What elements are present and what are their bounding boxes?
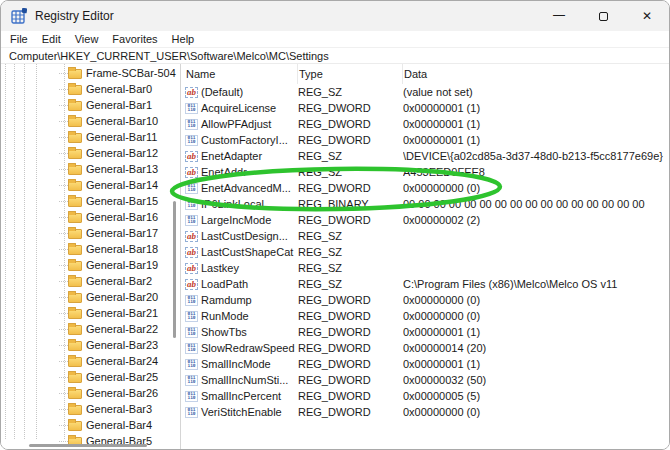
registry-value-row[interactable]: 011110 VeriStitchEnable REG_DWORD 0x0000… xyxy=(181,404,669,420)
tree-item[interactable]: General-Bar25 xyxy=(1,369,180,385)
value-data: A453EED0FEE8 xyxy=(403,166,669,178)
registry-value-row[interactable]: ab LastCustShapeCat REG_SZ xyxy=(181,244,669,260)
value-type: REG_SZ xyxy=(298,86,403,98)
close-button[interactable]: ✕ xyxy=(625,1,669,31)
tree-item[interactable]: General-Bar0 xyxy=(1,81,180,97)
registry-value-row[interactable]: 011110 SmallIncMode REG_DWORD 0x00000001… xyxy=(181,356,669,372)
titlebar: Registry Editor — ✕ xyxy=(1,1,669,31)
value-type-icon: 011110 xyxy=(185,103,198,114)
tree-connector xyxy=(59,169,68,170)
value-data: 0x00000005 (5) xyxy=(403,390,669,402)
registry-value-row[interactable]: ab EnetAdapter REG_SZ \DEVICE\{a02cd85a-… xyxy=(181,148,669,164)
menu-bar: File Edit View Favorites Help xyxy=(1,31,669,48)
tree-item[interactable]: General-Bar23 xyxy=(1,337,180,353)
registry-value-row[interactable]: ab LastCustDesign... REG_SZ xyxy=(181,228,669,244)
tree-item[interactable]: General-Bar3 xyxy=(1,401,180,417)
registry-value-row[interactable]: ab Lastkey REG_SZ xyxy=(181,260,669,276)
value-name: CustomFactoryI... xyxy=(201,134,288,146)
tree-connector xyxy=(59,409,68,410)
tree-item[interactable]: General-Bar13 xyxy=(1,161,180,177)
tree-item[interactable]: General-Bar20 xyxy=(1,289,180,305)
menu-help[interactable]: Help xyxy=(165,33,202,45)
registry-value-row[interactable]: 011110 CustomFactoryI... REG_DWORD 0x000… xyxy=(181,132,669,148)
registry-value-row[interactable]: ab LoadPath REG_SZ C:\Program Files (x86… xyxy=(181,276,669,292)
tree-connector xyxy=(59,297,68,298)
tree-item[interactable]: General-Bar22 xyxy=(1,321,180,337)
registry-value-row[interactable]: 011110 EnetAdvancedM... REG_DWORD 0x0000… xyxy=(181,180,669,196)
value-type-icon: 011110 xyxy=(185,327,198,338)
registry-value-row[interactable]: 011110 AllowPFAdjust REG_DWORD 0x0000000… xyxy=(181,116,669,132)
tree-connector xyxy=(59,249,68,250)
tree-item[interactable]: General-Bar16 xyxy=(1,209,180,225)
value-type-icon: ab xyxy=(185,279,198,290)
tree-vertical-scrollbar[interactable] xyxy=(173,201,176,338)
tree-item[interactable]: Frame-SCBar-504 xyxy=(1,65,180,81)
value-name: (Default) xyxy=(201,86,243,98)
tree-item[interactable]: General-Bar2 xyxy=(1,273,180,289)
value-data: 0x00000001 (1) xyxy=(403,358,669,370)
tree-connector xyxy=(59,313,68,314)
menu-view[interactable]: View xyxy=(68,33,106,45)
value-name: LoadPath xyxy=(201,278,248,290)
value-name: EnetAdapter xyxy=(201,150,262,162)
column-header-name[interactable]: Name xyxy=(185,64,298,84)
registry-value-row[interactable]: ab EnetAddr REG_SZ A453EED0FEE8 xyxy=(181,164,669,180)
value-name: LargeIncMode xyxy=(201,214,271,226)
menu-favorites[interactable]: Favorites xyxy=(105,33,164,45)
tree-item[interactable]: General-Bar18 xyxy=(1,241,180,257)
registry-value-row[interactable]: 011110 ShowTbs REG_DWORD 0x00000001 (1) xyxy=(181,324,669,340)
registry-value-row[interactable]: 011110 LargeIncMode REG_DWORD 0x00000002… xyxy=(181,212,669,228)
tree-connector xyxy=(59,105,68,106)
tree-item[interactable]: General-Bar15 xyxy=(1,193,180,209)
tree-connector xyxy=(59,441,68,442)
tree-items-container: Frame-SCBar-504 General-Bar0 General-Bar… xyxy=(1,65,180,449)
tree-item[interactable]: General-Bar17 xyxy=(1,225,180,241)
tree-item[interactable]: General-Bar11 xyxy=(1,129,180,145)
folder-icon xyxy=(68,277,82,287)
column-header-data[interactable]: Data xyxy=(403,64,669,84)
value-name: RunMode xyxy=(201,310,249,322)
tree-item-label: General-Bar25 xyxy=(86,371,158,383)
value-type: REG_DWORD xyxy=(298,182,403,194)
tree-horizontal-scrollbar[interactable] xyxy=(29,444,147,447)
column-header-type[interactable]: Type xyxy=(298,64,403,84)
address-bar[interactable]: Computer\HKEY_CURRENT_USER\Software\Melc… xyxy=(1,48,669,64)
registry-value-row[interactable]: 011110 SlowRedrawSpeed REG_DWORD 0x00000… xyxy=(181,340,669,356)
tree-item[interactable]: General-Bar26 xyxy=(1,385,180,401)
tree-item[interactable]: General-Bar1 xyxy=(1,97,180,113)
menu-file[interactable]: File xyxy=(3,33,35,45)
maximize-icon xyxy=(599,12,608,21)
tree-item[interactable]: General-Bar14 xyxy=(1,177,180,193)
value-name: SmallIncNumSti... xyxy=(201,374,288,386)
tree-item[interactable]: General-Bar12 xyxy=(1,145,180,161)
tree-item[interactable]: General-Bar21 xyxy=(1,305,180,321)
registry-value-row[interactable]: 011110 RunMode REG_DWORD 0x00000000 (0) xyxy=(181,308,669,324)
tree-item-label: General-Bar17 xyxy=(86,227,158,239)
value-data: 0x00000001 (1) xyxy=(403,118,669,130)
tree-connector xyxy=(59,121,68,122)
folder-icon xyxy=(68,85,82,95)
value-type: REG_DWORD xyxy=(298,406,403,418)
folder-icon xyxy=(68,245,82,255)
value-type: REG_SZ xyxy=(298,278,403,290)
registry-value-row[interactable]: 011110 AcquireLicense REG_DWORD 0x000000… xyxy=(181,100,669,116)
tree-item[interactable]: General-Bar10 xyxy=(1,113,180,129)
tree-item-label: General-Bar22 xyxy=(86,323,158,335)
tree-connector xyxy=(59,153,68,154)
maximize-button[interactable] xyxy=(581,1,625,31)
tree-item[interactable]: General-Bar24 xyxy=(1,353,180,369)
minimize-button[interactable]: — xyxy=(537,1,581,31)
registry-value-row[interactable]: 011110 IP6LinkLocal REG_BINARY 00 00 00 … xyxy=(181,196,669,212)
tree-connector xyxy=(59,265,68,266)
registry-value-row[interactable]: 011110 SmallIncNumSti... REG_DWORD 0x000… xyxy=(181,372,669,388)
value-list-pane: Name Type Data ab (Default) REG_SZ (valu… xyxy=(181,64,669,450)
tree-item-label: General-Bar26 xyxy=(86,387,158,399)
value-type-icon: ab xyxy=(185,231,198,242)
menu-edit[interactable]: Edit xyxy=(35,33,68,45)
tree-item-label: General-Bar3 xyxy=(86,403,152,415)
tree-item[interactable]: General-Bar4 xyxy=(1,417,180,433)
registry-value-row[interactable]: ab (Default) REG_SZ (value not set) xyxy=(181,84,669,100)
registry-value-row[interactable]: 011110 SmallIncPercent REG_DWORD 0x00000… xyxy=(181,388,669,404)
tree-item[interactable]: General-Bar19 xyxy=(1,257,180,273)
registry-value-row[interactable]: 011110 Ramdump REG_DWORD 0x00000000 (0) xyxy=(181,292,669,308)
